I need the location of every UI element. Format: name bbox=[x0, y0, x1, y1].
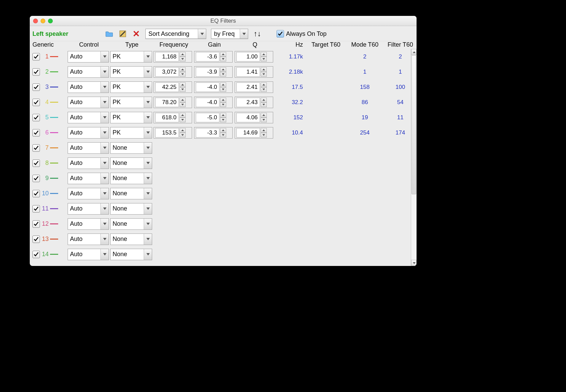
gain-spinner[interactable] bbox=[194, 97, 233, 108]
spin-up-button[interactable] bbox=[180, 98, 186, 102]
type-select[interactable]: None bbox=[110, 203, 152, 215]
frequency-spinner-input[interactable] bbox=[155, 98, 179, 107]
frequency-spinner-input[interactable] bbox=[155, 113, 179, 122]
gain-spinner-input[interactable] bbox=[196, 113, 219, 122]
spin-up-button[interactable] bbox=[261, 67, 267, 72]
filter-enable-checkbox[interactable] bbox=[32, 190, 40, 197]
filter-enable-checkbox[interactable] bbox=[32, 175, 40, 182]
spin-down-button[interactable] bbox=[261, 102, 267, 107]
gain-spinner[interactable] bbox=[194, 127, 233, 139]
control-select[interactable]: Auto bbox=[68, 234, 109, 245]
sort-mode-dropdown[interactable]: Sort Ascending bbox=[145, 29, 206, 39]
spin-up-button[interactable] bbox=[180, 82, 186, 87]
filter-enable-checkbox[interactable] bbox=[32, 53, 40, 60]
spin-up-button[interactable] bbox=[220, 98, 226, 102]
scroll-down-button[interactable] bbox=[411, 260, 417, 266]
open-icon[interactable] bbox=[105, 29, 114, 38]
gain-spinner[interactable] bbox=[194, 66, 233, 78]
spin-up-button[interactable] bbox=[261, 98, 267, 102]
type-select[interactable]: PK bbox=[110, 51, 152, 63]
q-spinner[interactable] bbox=[235, 66, 273, 78]
control-select[interactable]: Auto bbox=[68, 188, 109, 199]
spin-down-button[interactable] bbox=[180, 118, 186, 122]
spin-up-button[interactable] bbox=[180, 128, 186, 133]
scrollbar-track[interactable] bbox=[411, 55, 417, 260]
q-spinner-input[interactable] bbox=[236, 98, 260, 107]
spin-down-button[interactable] bbox=[261, 118, 267, 122]
gain-spinner-input[interactable] bbox=[196, 52, 219, 62]
frequency-spinner-input[interactable] bbox=[155, 128, 179, 138]
type-select[interactable]: None bbox=[110, 173, 152, 184]
type-select[interactable]: None bbox=[110, 249, 152, 260]
spin-down-button[interactable] bbox=[180, 87, 186, 92]
frequency-spinner-input[interactable] bbox=[155, 82, 179, 92]
q-spinner[interactable] bbox=[235, 97, 273, 108]
control-select[interactable]: Auto bbox=[68, 81, 109, 93]
scroll-up-button[interactable] bbox=[411, 49, 417, 55]
control-select[interactable]: Auto bbox=[68, 173, 109, 184]
type-select[interactable]: PK bbox=[110, 97, 152, 108]
type-select[interactable]: None bbox=[110, 157, 152, 169]
spin-up-button[interactable] bbox=[220, 67, 226, 72]
q-spinner-input[interactable] bbox=[236, 82, 260, 92]
type-select[interactable]: None bbox=[110, 218, 152, 230]
type-select[interactable]: None bbox=[110, 234, 152, 245]
spin-up-button[interactable] bbox=[261, 128, 267, 133]
spin-up-button[interactable] bbox=[220, 52, 226, 57]
gain-spinner-input[interactable] bbox=[196, 82, 219, 92]
gain-spinner-input[interactable] bbox=[196, 128, 219, 138]
spin-up-button[interactable] bbox=[261, 113, 267, 118]
filter-enable-checkbox[interactable] bbox=[32, 114, 40, 121]
q-spinner[interactable] bbox=[235, 112, 273, 123]
spin-up-button[interactable] bbox=[180, 67, 186, 72]
gain-spinner[interactable] bbox=[194, 112, 233, 123]
control-select[interactable]: Auto bbox=[68, 112, 109, 123]
filter-enable-checkbox[interactable] bbox=[32, 68, 40, 76]
spin-up-button[interactable] bbox=[180, 52, 186, 57]
spin-down-button[interactable] bbox=[261, 72, 267, 77]
frequency-spinner-input[interactable] bbox=[155, 52, 179, 62]
control-select[interactable]: Auto bbox=[68, 218, 109, 230]
spin-down-button[interactable] bbox=[220, 118, 226, 122]
type-select[interactable]: PK bbox=[110, 127, 152, 139]
frequency-spinner[interactable] bbox=[154, 127, 192, 139]
edit-icon[interactable] bbox=[118, 29, 127, 38]
spin-up-button[interactable] bbox=[220, 82, 226, 87]
delete-icon[interactable]: ✕ bbox=[132, 29, 141, 38]
q-spinner-input[interactable] bbox=[236, 52, 260, 62]
spin-down-button[interactable] bbox=[220, 72, 226, 77]
filter-enable-checkbox[interactable] bbox=[32, 251, 40, 258]
always-on-top-checkbox[interactable] bbox=[277, 30, 284, 38]
gain-spinner[interactable] bbox=[194, 81, 233, 93]
filter-enable-checkbox[interactable] bbox=[32, 205, 40, 213]
control-select[interactable]: Auto bbox=[68, 127, 109, 139]
type-select[interactable]: None bbox=[110, 188, 152, 199]
control-select[interactable]: Auto bbox=[68, 249, 109, 260]
q-spinner[interactable] bbox=[235, 81, 273, 93]
filter-enable-checkbox[interactable] bbox=[32, 220, 40, 228]
frequency-spinner-input[interactable] bbox=[155, 67, 179, 77]
gain-spinner[interactable] bbox=[194, 51, 233, 63]
spin-up-button[interactable] bbox=[180, 113, 186, 118]
gain-spinner-input[interactable] bbox=[196, 98, 219, 107]
q-spinner-input[interactable] bbox=[236, 128, 260, 138]
sort-by-dropdown[interactable]: by Freq bbox=[211, 29, 248, 39]
vertical-scrollbar[interactable] bbox=[411, 49, 417, 266]
filter-enable-checkbox[interactable] bbox=[32, 160, 40, 167]
spin-down-button[interactable] bbox=[261, 87, 267, 92]
control-select[interactable]: Auto bbox=[68, 97, 109, 108]
filter-enable-checkbox[interactable] bbox=[32, 144, 40, 152]
frequency-spinner[interactable] bbox=[154, 81, 192, 93]
frequency-spinner[interactable] bbox=[154, 112, 192, 123]
spin-down-button[interactable] bbox=[180, 133, 186, 138]
swap-order-icon[interactable]: ↑↓ bbox=[253, 29, 262, 38]
scrollbar-thumb[interactable] bbox=[411, 55, 416, 194]
control-select[interactable]: Auto bbox=[68, 142, 109, 154]
q-spinner-input[interactable] bbox=[236, 113, 260, 122]
spin-down-button[interactable] bbox=[180, 72, 186, 77]
q-spinner[interactable] bbox=[235, 127, 273, 139]
filter-enable-checkbox[interactable] bbox=[32, 99, 40, 106]
frequency-spinner[interactable] bbox=[154, 66, 192, 78]
spin-up-button[interactable] bbox=[261, 52, 267, 57]
control-select[interactable]: Auto bbox=[68, 51, 109, 63]
